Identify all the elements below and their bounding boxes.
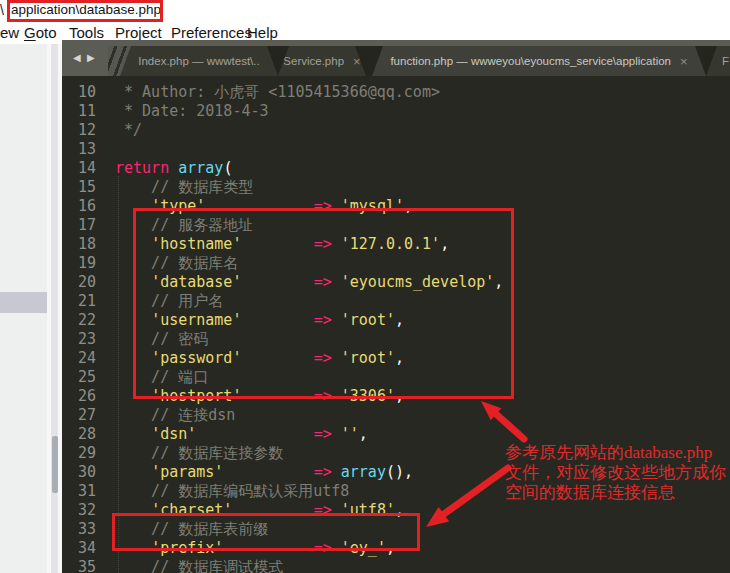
code-text: 'username' => 'root', [115, 311, 404, 330]
code-text: // 数据库表前缀 [115, 520, 268, 539]
tab-partial[interactable]: F [706, 46, 730, 76]
code-text: // 数据库调试模式 [115, 558, 283, 573]
code-line: 34 'prefix' => 'ey_', [62, 539, 730, 558]
line-number: 22 [62, 311, 96, 330]
tab-label: F [722, 55, 729, 67]
tab-bar-top-strip [62, 40, 730, 46]
code-line: 25 // 端口 [62, 368, 730, 387]
tab-label: Index.php — wwwtest\.. [138, 55, 259, 67]
code-line: 12 */ [62, 121, 730, 140]
background-window-panel [0, 44, 62, 573]
code-text: // 数据库类型 [115, 178, 253, 197]
code-text: // 数据库名 [115, 254, 238, 273]
tab-function-php-active[interactable]: function.php — wwweyou\eyoucms_service\a… [372, 46, 706, 76]
list-selection-block[interactable] [0, 292, 47, 313]
title-path-partial: \ [0, 2, 4, 18]
code-line: 20 'database' => 'eyoucms_develop', [62, 273, 730, 292]
code-line: 24 'password' => 'root', [62, 349, 730, 368]
line-number: 24 [62, 349, 96, 368]
window-title-bar: \ application\database.php [0, 0, 730, 22]
code-text: 'type' => 'mysql', [115, 197, 413, 216]
tab-index-php[interactable]: Index.php — wwwtest\.. [120, 46, 278, 76]
code-editor[interactable]: 10 * Author: 小虎哥 <1105415366@qq.com>11 *… [62, 76, 730, 573]
close-icon[interactable]: × [680, 55, 688, 68]
code-text: // 服务器地址 [115, 216, 253, 235]
code-line: 11 * Date: 2018-4-3 [62, 102, 730, 121]
line-number: 11 [62, 102, 96, 121]
scrollbar-thumb[interactable] [52, 436, 58, 493]
code-text: // 数据库编码默认采用utf8 [115, 482, 349, 501]
code-text: 'dsn' => '', [115, 425, 368, 444]
code-line: 30 'params' => array(), [62, 463, 730, 482]
code-line: 23 // 密码 [62, 330, 730, 349]
code-line: 32 'charset' => 'utf8', [62, 501, 730, 520]
code-text: 'prefix' => 'ey_', [115, 539, 395, 558]
code-line: 18 'hostname' => '127.0.0.1', [62, 235, 730, 254]
code-line: 14return array( [62, 159, 730, 178]
line-number: 16 [62, 197, 96, 216]
line-number: 30 [62, 463, 96, 482]
code-text: 'password' => 'root', [115, 349, 404, 368]
window-title: application\database.php [11, 2, 161, 17]
code-line: 15 // 数据库类型 [62, 178, 730, 197]
line-number: 13 [62, 140, 96, 159]
code-text: // 数据库连接参数 [115, 444, 283, 463]
indent-guide [118, 176, 119, 573]
line-number: 25 [62, 368, 96, 387]
scrollbar-track[interactable] [51, 44, 58, 573]
line-number: 28 [62, 425, 96, 444]
line-number: 32 [62, 501, 96, 520]
code-text: * Author: 小虎哥 <1105415366@qq.com> [115, 83, 440, 102]
code-line: 22 'username' => 'root', [62, 311, 730, 330]
screenshot-root: \ application\database.php ewGotoToolsPr… [0, 0, 730, 573]
line-number: 14 [62, 159, 96, 178]
line-number: 35 [62, 558, 96, 573]
code-text: */ [115, 121, 142, 140]
code-line: 27 // 连接dsn [62, 406, 730, 425]
code-text: 'params' => array(), [115, 463, 413, 482]
code-line: 29 // 数据库连接参数 [62, 444, 730, 463]
line-number: 31 [62, 482, 96, 501]
line-number: 27 [62, 406, 96, 425]
line-number: 26 [62, 387, 96, 406]
editor-tab-bar: ◀ ▶ Index.php — wwwtest\.. Service.php ×… [62, 40, 730, 76]
line-number: 23 [62, 330, 96, 349]
menu-item-goto[interactable]: Goto [24, 22, 57, 44]
line-number: 34 [62, 539, 96, 558]
code-line: 13 [62, 140, 730, 159]
line-number: 29 [62, 444, 96, 463]
tab-scroll-left-icon[interactable]: ◀ [73, 52, 81, 63]
tab-nav-block: ◀ ▶ [62, 40, 108, 76]
code-line: 35 // 数据库调试模式 [62, 558, 730, 573]
code-lines: 10 * Author: 小虎哥 <1105415366@qq.com>11 *… [62, 83, 730, 573]
line-number: 12 [62, 121, 96, 140]
line-number: 18 [62, 235, 96, 254]
code-line: 28 'dsn' => '', [62, 425, 730, 444]
code-line: 17 // 服务器地址 [62, 216, 730, 235]
line-number: 21 [62, 292, 96, 311]
tab-label: function.php — wwweyou\eyoucms_service\a… [390, 55, 671, 67]
code-text: 'charset' => 'utf8', [115, 501, 404, 520]
code-line: 26 'hostport' => '3306', [62, 387, 730, 406]
code-line: 31 // 数据库编码默认采用utf8 [62, 482, 730, 501]
code-text: // 密码 [115, 330, 208, 349]
line-number: 19 [62, 254, 96, 273]
line-number: 15 [62, 178, 96, 197]
tab-service-php[interactable]: Service.php × [278, 46, 366, 76]
line-number: 10 [62, 83, 96, 102]
code-line: 33 // 数据库表前缀 [62, 520, 730, 539]
tab-label: Service.php [283, 55, 344, 67]
tab-scroll-right-icon[interactable]: ▶ [87, 52, 95, 63]
close-icon[interactable]: × [353, 55, 361, 68]
code-line: 10 * Author: 小虎哥 <1105415366@qq.com> [62, 83, 730, 102]
code-line: 19 // 数据库名 [62, 254, 730, 273]
line-number: 33 [62, 520, 96, 539]
code-line: 21 // 用户名 [62, 292, 730, 311]
code-text: // 用户名 [115, 292, 223, 311]
menu-item-view-partial[interactable]: ew [0, 22, 19, 44]
code-text: // 端口 [115, 368, 208, 387]
code-text: 'hostport' => '3306', [115, 387, 404, 406]
code-text: * Date: 2018-4-3 [115, 102, 269, 121]
code-text: 'database' => 'eyoucms_develop', [115, 273, 503, 292]
code-line: 16 'type' => 'mysql', [62, 197, 730, 216]
